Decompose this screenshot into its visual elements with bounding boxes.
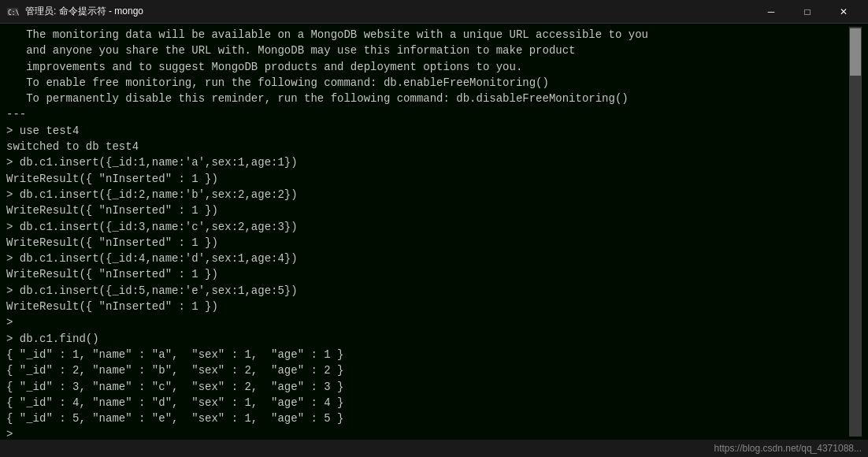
svg-text:C:\: C:\ xyxy=(8,9,19,17)
terminal-line: and anyone you share the URL with. Mongo… xyxy=(6,43,849,58)
terminal-line: To enable free monitoring, run the follo… xyxy=(6,75,849,91)
titlebar: C:\ 管理员: 命令提示符 - mongo ─ □ ✕ xyxy=(0,0,868,24)
terminal-line: { "_id" : 5, "name" : "e", "sex" : 1, "a… xyxy=(6,411,849,426)
terminal-line: > db.c1.insert({_id:1,name:'a',sex:1,age… xyxy=(6,154,849,170)
terminal-line: > xyxy=(6,426,849,437)
terminal-line: improvements and to suggest MongoDB prod… xyxy=(6,59,849,75)
terminal-line: > db.c1.insert({_id:5,name:'e',sex:1,age… xyxy=(6,283,849,299)
minimize-button[interactable]: ─ xyxy=(753,0,789,24)
terminal-line: > db.c1.find() xyxy=(6,331,849,347)
terminal-icon: C:\ xyxy=(6,6,19,18)
terminal-line: WriteResult({ "nInserted" : 1 }) xyxy=(6,266,849,282)
statusbar: https://blog.csdn.net/qq_4371088... xyxy=(0,440,868,457)
terminal-line: { "_id" : 1, "name" : "a", "sex" : 1, "a… xyxy=(6,347,849,362)
terminal-line: { "_id" : 3, "name" : "c", "sex" : 2, "a… xyxy=(6,379,849,395)
scrollbar[interactable] xyxy=(849,27,862,437)
terminal-window: The monitoring data will be available on… xyxy=(0,24,868,440)
terminal-line: { "_id" : 4, "name" : "d", "sex" : 1, "a… xyxy=(6,395,849,411)
terminal-line: The monitoring data will be available on… xyxy=(6,27,849,43)
terminal-line: { "_id" : 2, "name" : "b", "sex" : 2, "a… xyxy=(6,362,849,378)
terminal-line: > db.c1.insert({_id:2,name:'b',sex:2,age… xyxy=(6,187,849,202)
statusbar-url: https://blog.csdn.net/qq_4371088... xyxy=(714,443,862,454)
terminal-line: WriteResult({ "nInserted" : 1 }) xyxy=(6,235,849,251)
terminal-line: > use test4 xyxy=(6,123,849,139)
terminal-line: > db.c1.insert({_id:3,name:'c',sex:2,age… xyxy=(6,219,849,235)
terminal-line: WriteResult({ "nInserted" : 1 }) xyxy=(6,202,849,218)
window-title: 管理员: 命令提示符 - mongo xyxy=(25,5,143,18)
terminal-line: WriteResult({ "nInserted" : 1 }) xyxy=(6,171,849,187)
terminal-line: WriteResult({ "nInserted" : 1 }) xyxy=(6,299,849,314)
terminal-line: > db.c1.insert({_id:4,name:'d',sex:1,age… xyxy=(6,251,849,266)
titlebar-left: C:\ 管理员: 命令提示符 - mongo xyxy=(6,5,143,18)
terminal-line: > xyxy=(6,314,849,330)
terminal-line: To permanently disable this reminder, ru… xyxy=(6,91,849,106)
scrollbar-thumb[interactable] xyxy=(850,28,861,76)
terminal-line: switched to db test4 xyxy=(6,139,849,154)
terminal-content[interactable]: The monitoring data will be available on… xyxy=(6,27,849,437)
restore-button[interactable]: □ xyxy=(789,0,825,24)
close-button[interactable]: ✕ xyxy=(825,0,862,24)
terminal-line: --- xyxy=(6,106,849,122)
window-controls: ─ □ ✕ xyxy=(753,0,862,24)
